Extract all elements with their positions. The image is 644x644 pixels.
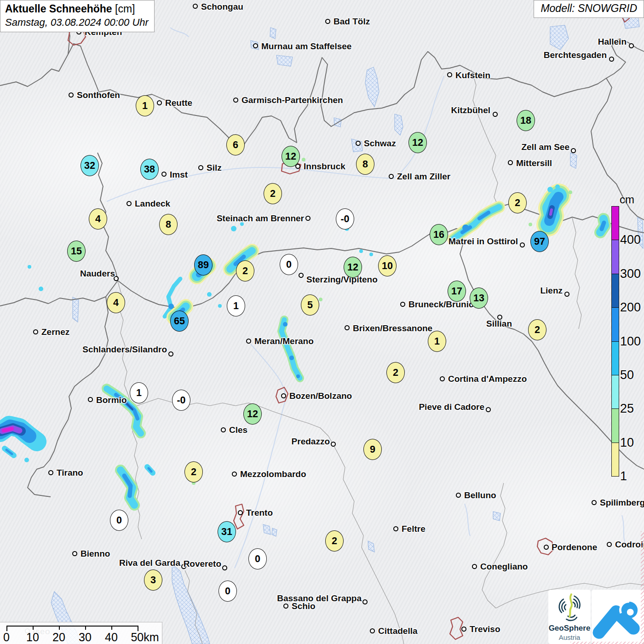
city-label: Silz [207,163,222,173]
city-label: Mezzolombardo [240,469,306,479]
map-subtitle: Samstag, 03.08.2024 00:00 Uhr [5,17,149,29]
city-label: Schongau [201,2,243,12]
snow-value-badge: 0 [110,510,128,531]
city-label: Berchtesgaden [544,50,607,60]
scale-bar: 01020304050km [0,622,162,644]
colorbar-segment [612,342,619,375]
snow-value-badge: 97 [530,231,549,252]
geosphere-logo: GeoSphere Austria [548,590,591,644]
snow-value-badge: 1 [130,382,148,403]
snow-value-badge: 32 [80,155,99,176]
snow-value-badge: -0 [172,390,190,411]
snow-value-badge: 2 [184,461,203,483]
colorbar-tick-label: 25 [620,401,634,416]
city-label: Mittersill [516,158,552,168]
city-label: Bassano del Grappa [277,593,362,604]
snow-value-badge: 8 [159,214,178,235]
city-label: Innsbruck [304,161,345,172]
snow-value-badge: 8 [356,154,374,175]
snow-value-badge: 12 [282,146,300,167]
snow-value-badge: 10 [378,255,397,276]
scale-bar-tick [33,626,34,630]
city-label: Nauders [80,269,115,279]
snow-value-badge: 2 [386,362,405,383]
city-label: Bormio [96,395,127,405]
model-label: Modell: SNOWGRID [534,0,644,18]
snow-value-badge: 65 [170,310,189,332]
snow-value-badge: 38 [140,159,159,180]
city-label: Lienz [540,286,563,296]
snow-value-badge: 1 [227,295,245,316]
snow-value-badge: 1 [428,331,446,352]
snow-value-badge: 2 [264,183,282,204]
snow-value-badge: 13 [470,288,488,309]
city-label: Schwaz [364,138,396,149]
city-label: Zernez [41,327,69,337]
city-label: Landeck [135,199,170,209]
snow-value-badge: 0 [218,581,237,602]
city-label: Bad Tölz [334,17,370,27]
snow-value-badge: 2 [325,530,344,552]
colorbar-segment [612,308,619,341]
colorbar-tick-label: 1 [620,469,627,483]
colorbar-segment [612,409,619,443]
geosphere-swirl-icon [554,592,585,623]
snow-value-badge: 18 [517,110,535,131]
city-label: Schio [292,601,316,611]
city-label: Steinach am Brenner [217,213,304,224]
snow-value-badge: 4 [89,208,107,230]
colorbar-segment [612,207,619,240]
snow-depth-map: SchongauBad TölzKemptenMurnau am Staffel… [0,0,644,644]
avalanche-service-logo [592,590,644,644]
city-label: Sterzing/Vipiteno [306,275,378,285]
snow-value-badge: 9 [363,439,382,460]
snow-value-badge: 12 [408,132,427,153]
city-label: Bienno [80,549,110,559]
city-label: Riva del Garda [119,558,180,568]
city-label: Hallein [598,37,627,47]
city-label: Treviso [470,624,500,634]
snow-value-badge: 31 [218,521,236,542]
city-label: Kitzbühel [451,105,491,115]
snow-value-badge: 0 [280,254,298,275]
colorbar-tick-label: 200 [620,300,641,315]
snow-value-badge: 16 [430,224,448,245]
scale-bar-label: 30 [79,631,92,643]
scale-bar-line [6,626,138,627]
snow-value-badge: 5 [301,294,319,316]
colorbar [611,206,619,477]
snow-value-badge: 17 [448,281,466,302]
colorbar-segment [612,375,619,409]
city-label: Cles [229,425,247,435]
city-label: Spilimbergo [600,498,644,508]
city-label: Zell am See [521,142,569,152]
colorbar-tick-label: 300 [620,266,641,281]
city-label: Codroipo [615,540,644,550]
city-label: Rovereto [184,559,221,569]
scale-bar-label: 40 [105,631,118,643]
scale-bar-tick [59,626,60,630]
blue-mountain-icon [592,590,644,644]
city-label: Pordenone [552,542,597,552]
snow-value-badge: 0 [248,548,267,569]
scale-bar-label: 0 [3,631,10,643]
city-label: Bozen/Bolzano [289,391,352,401]
city-label: Feltre [402,524,426,534]
city-label: Belluno [464,490,496,500]
city-label: Cortina d'Ampezzo [448,374,527,384]
rivers [107,28,626,568]
colorbar-tick-label: 100 [620,334,641,349]
city-label: Conegliano [480,562,528,572]
city-label: Trento [246,508,273,518]
snow-value-badge: 2 [236,260,254,282]
snow-value-badge: 12 [344,257,362,278]
snow-value-badge: 6 [226,134,245,155]
city-label: Tirano [57,468,83,478]
snow-value-badge: 4 [107,292,125,313]
scale-bar-label: 20 [52,631,65,643]
map-title: Aktuelle Schneehöhe [cm] [5,3,149,15]
city-label: Zell am Ziller [397,172,450,182]
city-label: Cittadella [378,626,418,636]
city-label: Bruneck/Brunico [408,299,479,310]
city-label: Meran/Merano [254,336,314,346]
